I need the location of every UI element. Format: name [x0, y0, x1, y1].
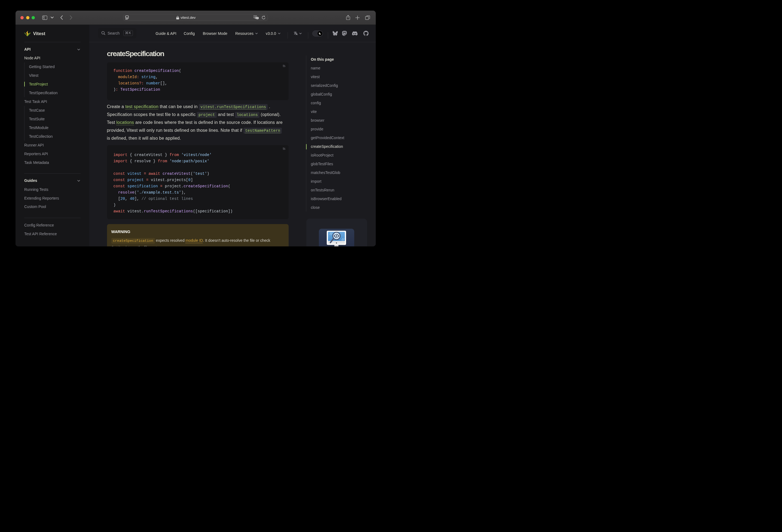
svg-text:A: A: [254, 15, 256, 17]
